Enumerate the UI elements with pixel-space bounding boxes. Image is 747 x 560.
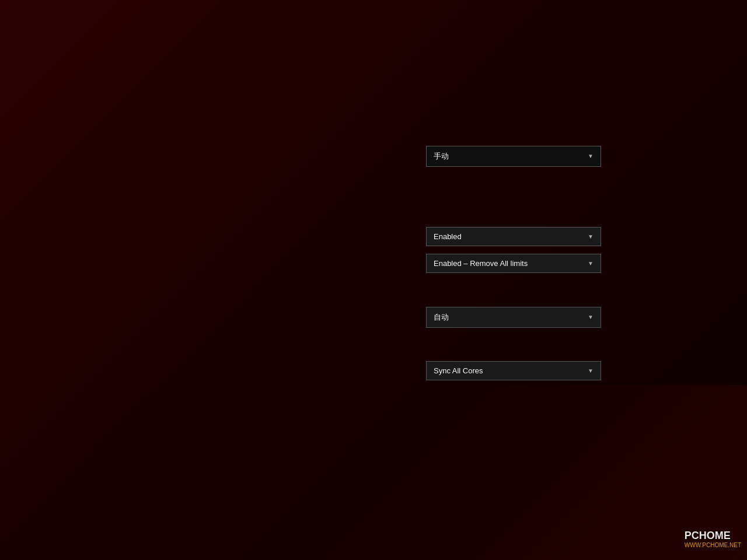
watermark-sub: WWW.PCHOME.NET bbox=[685, 542, 741, 548]
watermark-text: PCHOME bbox=[685, 530, 741, 542]
chevron-down-icon: ▼ bbox=[588, 368, 594, 374]
asus-mce-value: Enabled – Remove All limits bbox=[434, 259, 528, 268]
intel-abt-dropdown[interactable]: Enabled ▼ bbox=[426, 227, 601, 246]
intel-abt-value: Enabled bbox=[434, 232, 462, 241]
asus-mce-dropdown[interactable]: Enabled – Remove All limits ▼ bbox=[426, 254, 601, 273]
cpu-ratio-dropdown[interactable]: Sync All Cores ▼ bbox=[426, 361, 601, 380]
ai-smart-dropdown[interactable]: 手动 ▼ bbox=[426, 146, 601, 167]
chevron-down-icon: ▼ bbox=[588, 314, 594, 320]
svid-dropdown[interactable]: 自动 ▼ bbox=[426, 307, 601, 328]
chevron-down-icon: ▼ bbox=[588, 153, 594, 159]
ai-smart-value: 手动 bbox=[434, 151, 449, 162]
chevron-down-icon: ▼ bbox=[588, 260, 594, 267]
svid-value: 自动 bbox=[434, 312, 449, 323]
cpu-ratio-value: Sync All Cores bbox=[434, 366, 483, 375]
chevron-down-icon: ▼ bbox=[588, 233, 594, 240]
watermark: PCHOME WWW.PCHOME.NET bbox=[685, 530, 741, 548]
